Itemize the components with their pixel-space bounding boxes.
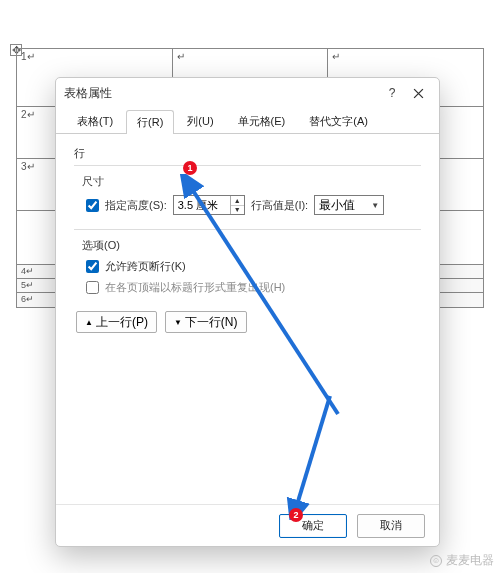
allow-break-label: 允许跨页断行(K) xyxy=(105,259,186,274)
repeat-header-checkbox[interactable] xyxy=(86,281,99,294)
height-input[interactable] xyxy=(174,196,230,214)
specify-height-checkbox[interactable] xyxy=(86,199,99,212)
tabs: 表格(T) 行(R) 列(U) 单元格(E) 替代文字(A) xyxy=(56,108,439,134)
next-row-label: 下一行(N) xyxy=(185,314,238,331)
tab-row[interactable]: 行(R) xyxy=(126,110,174,134)
watermark: ☺ 麦麦电器 xyxy=(430,552,494,569)
close-button[interactable] xyxy=(405,83,431,103)
specify-height-label: 指定高度(S): xyxy=(105,198,167,213)
watermark-logo-icon: ☺ xyxy=(430,555,442,567)
tab-alt-text[interactable]: 替代文字(A) xyxy=(298,109,379,133)
tab-column[interactable]: 列(U) xyxy=(176,109,224,133)
repeat-header-label: 在各页顶端以标题行形式重复出现(H) xyxy=(105,280,285,295)
triangle-down-icon: ▼ xyxy=(174,318,182,327)
annotation-badge-1: 1 xyxy=(183,161,197,175)
options-label: 选项(O) xyxy=(82,238,421,253)
dialog-body: 行 尺寸 指定高度(S): ▲ ▼ 行高值是(I): 最小值 ▼ xyxy=(56,134,439,504)
dialog-titlebar[interactable]: 表格属性 ? xyxy=(56,78,439,108)
prev-row-button[interactable]: ▲ 上一行(P) xyxy=(76,311,157,333)
help-button[interactable]: ? xyxy=(379,83,405,103)
spinner-down-icon[interactable]: ▼ xyxy=(231,206,244,215)
allow-break-checkbox[interactable] xyxy=(86,260,99,273)
annotation-badge-2: 2 xyxy=(289,508,303,522)
watermark-text: 麦麦电器 xyxy=(446,552,494,569)
height-spinner[interactable]: ▲ ▼ xyxy=(173,195,245,215)
cancel-button[interactable]: 取消 xyxy=(357,514,425,538)
spinner-arrows[interactable]: ▲ ▼ xyxy=(230,196,244,214)
height-is-label: 行高值是(I): xyxy=(251,198,308,213)
tab-table[interactable]: 表格(T) xyxy=(66,109,124,133)
dialog-title: 表格属性 xyxy=(64,85,379,102)
prev-row-label: 上一行(P) xyxy=(96,314,148,331)
close-icon xyxy=(413,88,424,99)
size-label: 尺寸 xyxy=(82,174,421,189)
chevron-down-icon: ▼ xyxy=(371,201,379,210)
next-row-button[interactable]: ▼ 下一行(N) xyxy=(165,311,247,333)
height-is-value: 最小值 xyxy=(319,197,355,214)
height-is-select[interactable]: 最小值 ▼ xyxy=(314,195,384,215)
dialog-footer: 确定 取消 xyxy=(56,504,439,546)
spinner-up-icon[interactable]: ▲ xyxy=(231,196,244,206)
options-group: 选项(O) 允许跨页断行(K) 在各页顶端以标题行形式重复出现(H) xyxy=(74,229,421,301)
row-section-label: 行 xyxy=(74,146,421,161)
tab-cell[interactable]: 单元格(E) xyxy=(227,109,297,133)
triangle-up-icon: ▲ xyxy=(85,318,93,327)
table-properties-dialog: 表格属性 ? 表格(T) 行(R) 列(U) 单元格(E) 替代文字(A) 行 … xyxy=(55,77,440,547)
size-group: 尺寸 指定高度(S): ▲ ▼ 行高值是(I): 最小值 ▼ xyxy=(74,165,421,221)
